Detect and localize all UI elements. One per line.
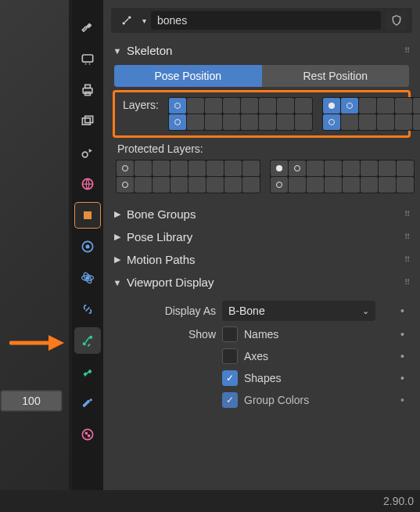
tab-world[interactable] (74, 171, 101, 197)
layer-cell[interactable] (259, 98, 276, 114)
layer-cell[interactable] (395, 114, 412, 130)
panel-motion-paths-header[interactable]: ▶ Motion Paths ⠿ (111, 248, 412, 271)
layer-cell[interactable] (361, 160, 378, 176)
layer-cell[interactable] (206, 177, 224, 193)
layer-cell[interactable] (341, 98, 358, 114)
layer-cell[interactable] (135, 177, 152, 193)
tab-material[interactable] (74, 421, 101, 448)
layer-cell[interactable] (377, 98, 394, 114)
shapes-checkbox[interactable]: ✓ (222, 370, 238, 386)
layer-cell[interactable] (361, 177, 378, 193)
layer-cell[interactable] (397, 177, 414, 193)
layer-cell[interactable] (377, 114, 394, 130)
layer-cell[interactable] (241, 98, 258, 114)
layer-cell[interactable] (224, 160, 242, 176)
layer-cell[interactable] (343, 177, 360, 193)
layer-cell[interactable] (323, 114, 340, 130)
tab-bone-constraints[interactable] (74, 390, 101, 416)
layer-cell[interactable] (413, 114, 420, 130)
layer-cell[interactable] (187, 98, 204, 114)
anim-dot-icon[interactable]: • (400, 305, 404, 317)
anim-dot-icon[interactable]: • (400, 350, 404, 362)
layer-cell[interactable] (224, 177, 242, 193)
tab-viewlayer[interactable] (74, 108, 101, 135)
layer-cell[interactable] (289, 160, 306, 176)
layer-cell[interactable] (223, 98, 240, 114)
layer-cell[interactable] (289, 177, 306, 193)
layer-cell[interactable] (413, 98, 420, 114)
tab-armature-data[interactable] (74, 327, 101, 354)
datablock-name-input[interactable]: bones (151, 11, 381, 30)
tab-bone[interactable] (74, 359, 101, 385)
layer-cell[interactable] (242, 160, 260, 176)
tab-tool[interactable] (74, 14, 101, 41)
pose-position-button[interactable]: Pose Position (114, 65, 262, 87)
layer-cell[interactable] (171, 160, 188, 176)
tab-output[interactable] (74, 77, 101, 103)
axes-checkbox[interactable] (222, 348, 238, 364)
drag-grip-icon[interactable]: ⠿ (404, 210, 411, 218)
drag-grip-icon[interactable]: ⠿ (404, 255, 411, 264)
names-checkbox[interactable] (222, 326, 238, 342)
layer-cell[interactable] (295, 98, 312, 114)
panel-viewport-display-header[interactable]: ▼ Viewport Display ⠿ (111, 271, 412, 294)
layer-cell[interactable] (277, 114, 294, 130)
layer-cell[interactable] (188, 177, 206, 193)
layer-cell[interactable] (325, 160, 342, 176)
layer-cell[interactable] (117, 160, 134, 176)
tab-modifiers[interactable] (74, 233, 101, 260)
group-colors-checkbox[interactable]: ✓ (222, 392, 238, 408)
layer-cell[interactable] (206, 160, 224, 176)
layer-cell[interactable] (341, 114, 358, 130)
tab-object[interactable] (74, 202, 101, 229)
layer-cell[interactable] (169, 98, 186, 114)
panel-bone-groups-header[interactable]: ▶ Bone Groups ⠿ (111, 203, 412, 225)
layer-cell[interactable] (135, 160, 152, 176)
layer-cell[interactable] (295, 114, 312, 130)
display-as-select[interactable]: B-Bone ⌄ (222, 301, 375, 321)
layer-cell[interactable] (307, 177, 324, 193)
layer-cell[interactable] (171, 177, 188, 193)
layer-cell[interactable] (271, 177, 288, 193)
tab-constraints[interactable] (74, 296, 101, 323)
chevron-down-icon[interactable]: ▾ (142, 16, 146, 25)
layer-cell[interactable] (397, 160, 414, 176)
drag-grip-icon[interactable]: ⠿ (404, 278, 411, 287)
layer-cell[interactable] (153, 160, 170, 176)
layer-cell[interactable] (117, 177, 134, 193)
fake-user-toggle[interactable] (386, 11, 407, 30)
layer-cell[interactable] (379, 160, 396, 176)
layer-cell[interactable] (188, 160, 206, 176)
layer-cell[interactable] (325, 177, 342, 193)
layer-cell[interactable] (379, 177, 396, 193)
layer-cell[interactable] (153, 177, 170, 193)
layer-cell[interactable] (323, 98, 340, 114)
anim-dot-icon[interactable]: • (400, 394, 404, 406)
layer-cell[interactable] (187, 114, 204, 130)
layer-cell[interactable] (223, 114, 240, 130)
layer-cell[interactable] (205, 114, 222, 130)
tab-physics[interactable] (74, 265, 101, 291)
anim-dot-icon[interactable]: • (400, 328, 404, 341)
frame-number-field[interactable]: 100 (0, 390, 63, 412)
layer-cell[interactable] (307, 160, 324, 176)
layer-cell[interactable] (359, 98, 376, 114)
panel-pose-library-header[interactable]: ▶ Pose Library ⠿ (111, 225, 412, 248)
tab-render[interactable] (74, 45, 101, 72)
layer-cell[interactable] (343, 160, 360, 176)
drag-grip-icon[interactable]: ⠿ (404, 233, 411, 241)
layer-cell[interactable] (241, 114, 258, 130)
layer-cell[interactable] (395, 98, 412, 114)
layer-cell[interactable] (169, 114, 186, 130)
rest-position-button[interactable]: Rest Position (262, 65, 410, 87)
drag-grip-icon[interactable]: ⠿ (404, 46, 411, 55)
layer-cell[interactable] (271, 160, 288, 176)
layer-cell[interactable] (359, 114, 376, 130)
layer-cell[interactable] (242, 177, 260, 193)
layer-cell[interactable] (259, 114, 276, 130)
viewport-3d[interactable] (0, 0, 69, 512)
layer-cell[interactable] (277, 98, 294, 114)
panel-skeleton-header[interactable]: ▼ Skeleton ⠿ (111, 41, 412, 60)
tab-scene[interactable] (74, 139, 101, 166)
layer-cell[interactable] (205, 98, 222, 114)
